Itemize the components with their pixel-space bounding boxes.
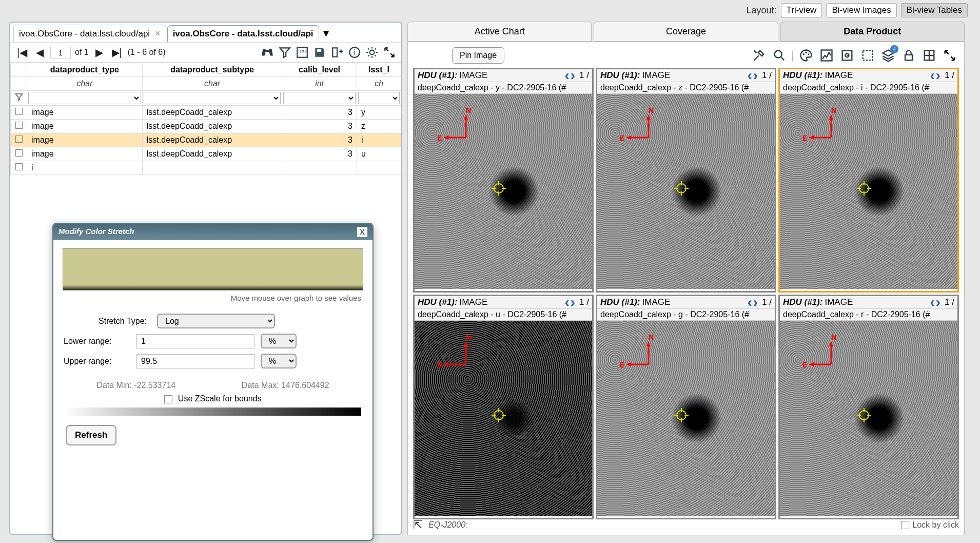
popout-icon[interactable]: ⇱ bbox=[413, 518, 422, 532]
add-column-icon[interactable] bbox=[330, 46, 344, 59]
prev-hdu-icon[interactable]: ‹ bbox=[564, 70, 569, 81]
image-cell[interactable]: HDU (#1): IMAGE‹›1 /deepCoadd_calexp - y… bbox=[413, 68, 594, 293]
svg-text:i: i bbox=[354, 48, 355, 56]
dialog-titlebar[interactable]: Modify Color Stretch X bbox=[53, 224, 373, 240]
row-checkbox[interactable] bbox=[15, 149, 23, 157]
layout-triview[interactable]: Tri-view bbox=[781, 3, 822, 17]
next-hdu-icon[interactable]: › bbox=[936, 70, 940, 81]
image-panel: Active Chart Coverage Data Product Pin I… bbox=[407, 22, 965, 535]
tools-icon[interactable] bbox=[750, 46, 768, 65]
upper-range-input[interactable] bbox=[136, 354, 254, 369]
select-icon[interactable] bbox=[858, 46, 877, 65]
tab-data-product[interactable]: Data Product bbox=[780, 22, 965, 42]
close-icon[interactable]: X bbox=[357, 227, 367, 237]
col-1[interactable]: dataproduct_subtype bbox=[142, 63, 282, 77]
binoculars-icon[interactable] bbox=[261, 46, 274, 59]
image-footer: ⇱ EQ-J2000: Lock by click bbox=[413, 518, 959, 532]
text-icon[interactable]: TXT bbox=[296, 46, 309, 59]
col-3[interactable]: lsst_l bbox=[357, 63, 401, 77]
save-icon[interactable] bbox=[313, 46, 326, 59]
layers-icon[interactable]: 4 bbox=[879, 46, 897, 65]
lock-checkbox[interactable] bbox=[901, 521, 909, 529]
zoom-icon[interactable] bbox=[770, 46, 789, 65]
expand-icon[interactable] bbox=[383, 46, 396, 59]
grid-icon[interactable] bbox=[920, 46, 938, 65]
next-hdu-icon[interactable]: › bbox=[571, 70, 575, 81]
upper-range-unit[interactable]: % bbox=[261, 354, 297, 369]
image-display[interactable]: NE bbox=[780, 321, 957, 516]
image-cell[interactable]: HDU (#1): IMAGE‹›1 /deepCoadd_calexp - z… bbox=[596, 68, 776, 293]
next-hdu-icon[interactable]: › bbox=[753, 297, 758, 307]
layout-biview-images[interactable]: Bi-view Images bbox=[826, 3, 896, 17]
svg-point-9 bbox=[808, 53, 810, 55]
filter-1[interactable] bbox=[144, 92, 281, 104]
table-row[interactable]: i bbox=[11, 161, 401, 175]
table-tab-1[interactable]: ivoa.ObsCore - data.lsst.cloud/api bbox=[167, 25, 319, 42]
recenter-icon[interactable] bbox=[838, 46, 856, 65]
svg-point-13 bbox=[847, 55, 848, 56]
info-icon[interactable]: i bbox=[348, 46, 361, 59]
prev-hdu-icon[interactable]: ‹ bbox=[747, 70, 752, 81]
image-display[interactable]: NE bbox=[415, 94, 592, 289]
filter-0[interactable] bbox=[28, 92, 141, 104]
tab-overflow-caret[interactable]: ▾ bbox=[320, 27, 332, 40]
image-cell-header: HDU (#1): IMAGE‹›1 / bbox=[415, 296, 592, 309]
row-checkbox[interactable] bbox=[15, 163, 23, 170]
filter-3[interactable] bbox=[358, 92, 400, 104]
table-row[interactable]: imagelsst.deepCoadd_calexp3z bbox=[11, 120, 401, 133]
lower-range-unit[interactable]: % bbox=[261, 334, 297, 348]
page-input[interactable] bbox=[50, 47, 71, 59]
table-row[interactable]: imagelsst.deepCoadd_calexp3u bbox=[11, 147, 401, 161]
expand-icon[interactable] bbox=[940, 46, 959, 65]
close-icon[interactable]: × bbox=[155, 28, 161, 39]
table-row[interactable]: imagelsst.deepCoadd_calexp3i bbox=[11, 133, 401, 147]
next-hdu-icon[interactable]: › bbox=[571, 297, 575, 307]
prev-hdu-icon[interactable]: ‹ bbox=[564, 297, 569, 307]
histogram-graph[interactable] bbox=[63, 248, 363, 290]
prev-hdu-icon[interactable]: ‹ bbox=[930, 297, 934, 307]
gear-icon[interactable] bbox=[365, 46, 379, 59]
prev-hdu-icon[interactable]: ‹ bbox=[930, 70, 934, 81]
lock-icon[interactable] bbox=[899, 46, 918, 65]
checkbox-col[interactable] bbox=[11, 63, 27, 77]
image-cell[interactable]: HDU (#1): IMAGE‹›1 /deepCoadd_calexp - i… bbox=[778, 68, 959, 293]
pin-image-button[interactable]: Pin Image bbox=[452, 47, 504, 64]
prev-hdu-icon[interactable]: ‹ bbox=[747, 297, 752, 307]
compass-icon: NE bbox=[811, 341, 841, 374]
image-display[interactable]: NE bbox=[597, 321, 775, 516]
layout-biview-tables[interactable]: Bi-view Tables bbox=[901, 3, 968, 17]
last-page-icon[interactable]: ▶| bbox=[110, 46, 124, 59]
image-cell[interactable]: HDU (#1): IMAGE‹›1 /deepCoadd_calexp - r… bbox=[778, 295, 959, 519]
first-page-icon[interactable]: |◀ bbox=[15, 46, 29, 59]
col-2[interactable]: calib_level bbox=[282, 63, 357, 77]
tab-active-chart[interactable]: Active Chart bbox=[407, 22, 592, 42]
funnel-icon[interactable] bbox=[278, 46, 291, 59]
table-tab-0[interactable]: ivoa.ObsCore - data.lsst.cloud/api × bbox=[13, 25, 166, 42]
compass-icon: NE bbox=[445, 114, 476, 147]
lower-range-input[interactable] bbox=[136, 334, 254, 348]
col-0[interactable]: dataproduct_type bbox=[27, 63, 143, 77]
image-cell[interactable]: HDU (#1): IMAGE‹›1 /deepCoadd_calexp - g… bbox=[596, 295, 776, 519]
row-checkbox[interactable] bbox=[15, 108, 23, 115]
image-cell[interactable]: HDU (#1): IMAGE‹›1 /deepCoadd_calexp - u… bbox=[413, 295, 594, 519]
next-hdu-icon[interactable]: › bbox=[753, 70, 758, 81]
row-checkbox[interactable] bbox=[15, 122, 23, 129]
image-display[interactable]: NE bbox=[597, 94, 775, 289]
palette-icon[interactable] bbox=[797, 46, 815, 65]
filter-2[interactable] bbox=[283, 92, 356, 104]
filter-funnel-icon[interactable] bbox=[14, 92, 24, 102]
refresh-button[interactable]: Refresh bbox=[66, 425, 116, 445]
next-page-icon[interactable]: ▶ bbox=[93, 46, 106, 59]
prev-page-icon[interactable]: ◀ bbox=[33, 46, 46, 59]
histogram-hint: Move mouse over graph to see values bbox=[53, 293, 373, 303]
next-hdu-icon[interactable]: › bbox=[936, 297, 940, 307]
cell: i bbox=[27, 161, 143, 175]
zscale-checkbox[interactable] bbox=[164, 395, 172, 403]
tab-coverage[interactable]: Coverage bbox=[594, 22, 778, 42]
image-display[interactable]: NE bbox=[780, 94, 957, 289]
stretch-type-select[interactable]: Log bbox=[157, 314, 275, 328]
stretch-icon[interactable] bbox=[817, 46, 836, 65]
row-checkbox[interactable] bbox=[15, 135, 23, 143]
table-row[interactable]: imagelsst.deepCoadd_calexp3y bbox=[11, 106, 401, 120]
image-display[interactable]: NE bbox=[415, 321, 592, 516]
